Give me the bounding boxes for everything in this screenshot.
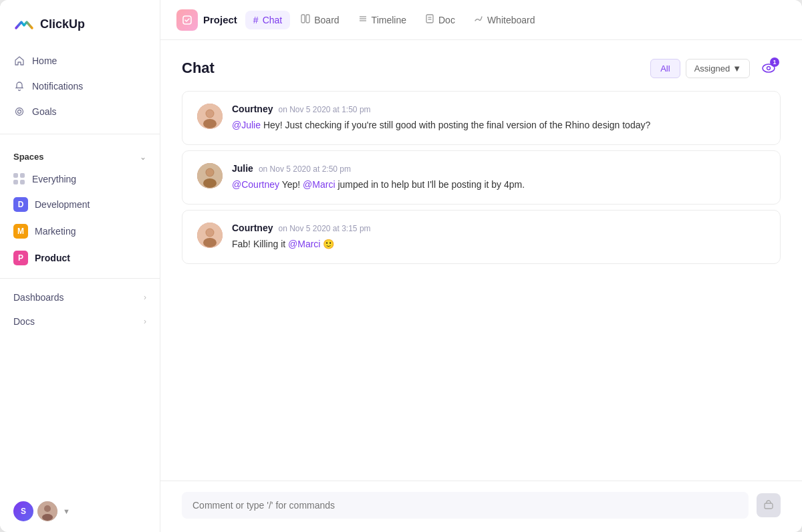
message-meta: Courtney on Nov 5 2020 at 3:15 pm (232, 223, 765, 233)
filter-assigned-dropdown[interactable]: Assigned ▼ (686, 59, 750, 78)
doc-tab-label: Doc (438, 15, 455, 25)
notifications-eye-button[interactable]: 1 (757, 56, 781, 80)
send-button[interactable] (757, 493, 781, 517)
sidebar-item-home[interactable]: Home (0, 48, 160, 74)
user-area[interactable]: S ▼ (0, 491, 160, 532)
board-tab-label: Board (314, 15, 339, 25)
mention-courtney: @Courtney (232, 179, 279, 190)
filter-assigned-label: Assigned (694, 63, 730, 74)
notification-badge: 1 (770, 57, 779, 67)
docs-chevron-icon: › (144, 317, 146, 326)
svg-point-23 (207, 169, 214, 176)
spaces-section-header[interactable]: Spaces ⌄ (0, 141, 160, 167)
project-title: Project (203, 14, 237, 25)
sidebar-item-marketing[interactable]: M Marketing (0, 218, 160, 245)
comment-box-area (160, 481, 802, 532)
sidebar-item-docs[interactable]: Docs › (0, 309, 160, 334)
doc-tab-icon (425, 14, 434, 25)
sidebar-notifications-label: Notifications (32, 81, 83, 92)
tab-whiteboard[interactable]: Whiteboard (466, 10, 543, 29)
svg-point-1 (18, 110, 21, 114)
whiteboard-tab-label: Whiteboard (487, 15, 535, 25)
svg-point-4 (42, 514, 53, 521)
svg-rect-6 (301, 15, 305, 23)
sidebar-item-dashboards[interactable]: Dashboards › (0, 285, 160, 309)
send-icon (763, 500, 774, 511)
svg-point-26 (203, 238, 217, 247)
user-avatar-photo (37, 501, 57, 521)
message-text: @Courtney Yep! @Marci jumped in to help … (232, 178, 765, 192)
messages-list: Courtney on Nov 5 2020 at 1:50 pm @Julie… (160, 91, 802, 481)
chat-area: Chat All Assigned ▼ 1 (160, 40, 802, 532)
spaces-label: Spaces (13, 152, 44, 162)
chat-filters: All Assigned ▼ (650, 59, 750, 78)
dashboards-label: Dashboards (13, 292, 64, 303)
chat-header: Chat All Assigned ▼ 1 (160, 40, 802, 91)
development-label: Development (35, 199, 90, 210)
message-time: on Nov 5 2020 at 3:15 pm (278, 224, 370, 233)
sidebar-item-goals[interactable]: Goals (0, 99, 160, 124)
tab-board[interactable]: Board (293, 10, 347, 29)
comment-input[interactable] (182, 492, 749, 519)
top-tabs-bar: Project # Chat Board (160, 0, 802, 40)
message-time: on Nov 5 2020 at 2:50 pm (259, 164, 351, 174)
message-text: Fab! Killing it @Marci 🙂 (232, 237, 765, 251)
product-label: Product (35, 253, 70, 263)
sidebar: ClickUp Home N (0, 0, 160, 532)
sidebar-item-notifications[interactable]: Notifications (0, 74, 160, 99)
message-item: Courtney on Nov 5 2020 at 1:50 pm @Julie… (182, 91, 781, 145)
svg-point-18 (203, 119, 217, 128)
filter-assigned-chevron-icon: ▼ (732, 63, 741, 74)
home-icon (13, 55, 25, 67)
grid-icon (13, 173, 25, 185)
tab-doc[interactable]: Doc (417, 10, 463, 29)
courtney-avatar-2 (197, 223, 223, 248)
sidebar-home-label: Home (32, 55, 57, 66)
docs-label: Docs (13, 316, 35, 327)
message-text: @Julie Hey! Just checking if you're stil… (232, 118, 765, 132)
message-item: Julie on Nov 5 2020 at 2:50 pm @Courtney… (182, 150, 781, 205)
svg-point-27 (207, 229, 214, 237)
main-content: Project # Chat Board (160, 0, 802, 532)
sidebar-item-product[interactable]: P Product (0, 245, 160, 271)
julie-avatar (197, 163, 223, 188)
svg-point-3 (44, 505, 51, 512)
timeline-tab-label: Timeline (372, 15, 406, 25)
product-badge: P (13, 251, 28, 265)
timeline-tab-icon (358, 14, 368, 25)
app-name: ClickUp (40, 17, 85, 31)
svg-point-0 (16, 108, 23, 116)
sidebar-goals-label: Goals (32, 106, 57, 117)
tab-timeline[interactable]: Timeline (350, 10, 414, 29)
message-time: on Nov 5 2020 at 1:50 pm (278, 105, 370, 114)
sidebar-item-development[interactable]: D Development (0, 191, 160, 218)
message-content: Courtney on Nov 5 2020 at 1:50 pm @Julie… (232, 104, 765, 132)
project-icon (176, 9, 198, 31)
message-meta: Courtney on Nov 5 2020 at 1:50 pm (232, 104, 765, 114)
chat-tab-icon: # (253, 15, 259, 25)
message-author: Courtney (232, 104, 273, 114)
everything-label: Everything (32, 174, 76, 184)
svg-point-19 (207, 110, 214, 118)
svg-rect-7 (306, 15, 309, 23)
message-meta: Julie on Nov 5 2020 at 2:50 pm (232, 163, 765, 174)
user-dropdown-chevron-icon: ▼ (63, 507, 70, 515)
marketing-badge: M (13, 224, 28, 239)
svg-point-15 (767, 67, 771, 70)
filter-all-button[interactable]: All (650, 59, 680, 78)
message-item: Courtney on Nov 5 2020 at 3:15 pm Fab! K… (182, 210, 781, 264)
svg-rect-28 (765, 503, 773, 509)
svg-point-22 (203, 178, 217, 188)
message-author: Courtney (232, 223, 273, 233)
message-content: Julie on Nov 5 2020 at 2:50 pm @Courtney… (232, 163, 765, 192)
development-badge: D (13, 197, 28, 212)
mention-julie: @Julie (232, 120, 261, 130)
spaces-chevron-icon: ⌄ (140, 152, 146, 162)
app-logo: ClickUp (0, 0, 160, 45)
main-nav: Home Notifications (0, 45, 160, 127)
whiteboard-tab-icon (474, 14, 483, 25)
sidebar-item-everything[interactable]: Everything (0, 167, 160, 191)
tab-chat[interactable]: # Chat (245, 11, 290, 29)
svg-rect-11 (426, 15, 433, 23)
chat-tab-label: Chat (263, 15, 283, 25)
